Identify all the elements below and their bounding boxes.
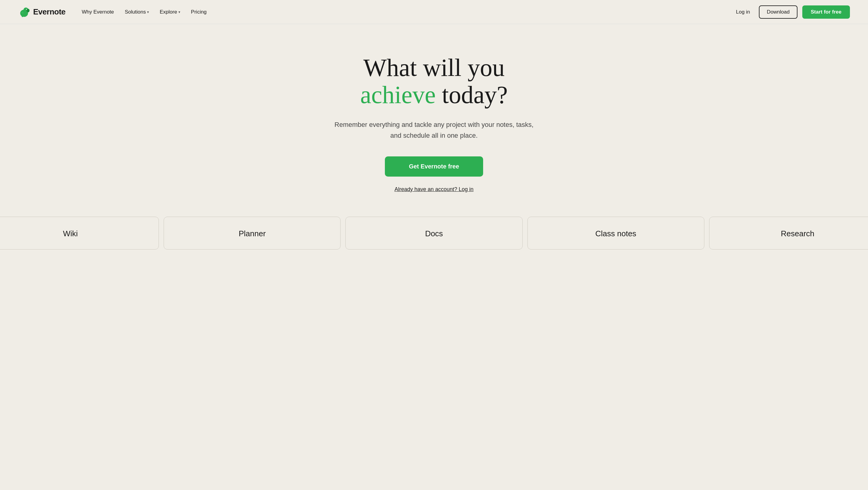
evernote-logo-icon (18, 6, 30, 18)
card-planner[interactable]: Planner (164, 217, 341, 249)
svg-point-3 (26, 9, 27, 10)
header-right: Log in Download Start for free (732, 5, 850, 19)
hero-subtitle: Remember everything and tackle any proje… (332, 119, 536, 141)
login-button[interactable]: Log in (732, 7, 754, 18)
get-evernote-free-button[interactable]: Get Evernote free (385, 156, 484, 177)
header: Evernote Why Evernote Solutions ▾ Explor… (0, 0, 868, 24)
explore-chevron-icon: ▾ (179, 10, 180, 14)
nav-item-pricing[interactable]: Pricing (187, 7, 211, 18)
hero-section: What will you achieve today? Remember ev… (0, 24, 868, 217)
svg-point-2 (27, 9, 30, 12)
card-wiki[interactable]: Wiki (0, 217, 159, 249)
already-have-account-link[interactable]: Already have an account? Log in (395, 186, 473, 192)
nav-item-explore[interactable]: Explore ▾ (156, 7, 184, 18)
main-nav: Why Evernote Solutions ▾ Explore ▾ Prici… (78, 7, 211, 18)
solutions-chevron-icon: ▾ (147, 10, 149, 14)
main-content: What will you achieve today? Remember ev… (0, 24, 868, 249)
header-left: Evernote Why Evernote Solutions ▾ Explor… (18, 6, 211, 18)
feature-cards-row: Wiki Planner Docs Class notes Research (0, 217, 868, 249)
card-research[interactable]: Research (709, 217, 868, 249)
logo-link[interactable]: Evernote (18, 6, 65, 18)
download-button[interactable]: Download (759, 5, 798, 19)
svg-point-4 (21, 12, 24, 13)
card-class-notes[interactable]: Class notes (527, 217, 704, 249)
nav-item-why-evernote[interactable]: Why Evernote (78, 7, 118, 18)
nav-item-solutions[interactable]: Solutions ▾ (121, 7, 153, 18)
card-docs[interactable]: Docs (345, 217, 522, 249)
start-for-free-button[interactable]: Start for free (802, 5, 850, 19)
logo-text: Evernote (33, 7, 65, 17)
hero-title: What will you achieve today? (360, 54, 507, 109)
